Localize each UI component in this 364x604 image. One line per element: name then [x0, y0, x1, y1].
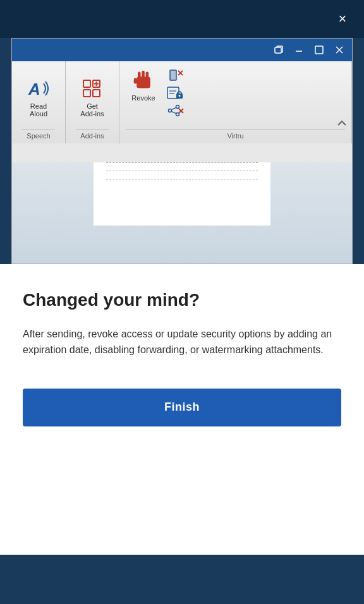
virtru-doc-button[interactable] [166, 87, 184, 102]
svg-point-24 [179, 95, 181, 97]
body-text: After sending, revoke access or update s… [23, 326, 341, 358]
main-content-panel: Changed your mind? After sending, revoke… [0, 264, 364, 555]
virtru-doc-icon [166, 87, 184, 99]
maximize-button[interactable] [309, 40, 329, 60]
svg-rect-2 [315, 46, 323, 54]
svg-rect-14 [142, 71, 145, 80]
restore-button[interactable] [269, 40, 289, 60]
get-addins-button[interactable]: Get Add-ins [76, 75, 109, 120]
svg-rect-0 [275, 47, 281, 53]
minimize-button[interactable] [289, 40, 309, 60]
ribbon-group-addins: Get Add-ins Add-ins [66, 61, 119, 143]
virtru-group-label: Virtru [126, 129, 345, 143]
doc-line-2 [106, 171, 258, 171]
ribbon-collapse-button[interactable] [336, 117, 348, 130]
top-bar: × [0, 0, 364, 38]
read-aloud-icon: A [26, 77, 51, 100]
virtru-expiry-button[interactable] [166, 69, 184, 84]
read-aloud-button[interactable]: A Read Aloud [22, 75, 55, 120]
revoke-button[interactable]: Revoke [126, 66, 161, 104]
ribbon-window: A Read Aloud Speech [11, 38, 353, 264]
speech-group-label: Speech [22, 129, 55, 143]
virtru-small-icons [166, 69, 184, 119]
speech-group-content: A Read Aloud [22, 66, 55, 128]
get-addins-label: Get Add-ins [80, 102, 104, 118]
virtru-expiry-icon [166, 69, 184, 82]
headline: Changed your mind? [23, 289, 341, 311]
document-area [12, 162, 352, 263]
chevron-up-icon [337, 119, 347, 128]
finish-button[interactable]: Finish [23, 389, 341, 426]
addins-group-content: Get Add-ins [76, 66, 109, 128]
document-paper [94, 162, 270, 226]
ribbon-group-speech: A Read Aloud Speech [12, 61, 66, 143]
virtru-top-row: Revoke [126, 66, 345, 129]
svg-rect-13 [138, 72, 141, 80]
read-aloud-label: Read Aloud [30, 102, 47, 118]
svg-text:A: A [28, 80, 40, 99]
get-addins-icon [80, 77, 105, 100]
ribbon-group-virtru: Revoke [119, 61, 352, 143]
svg-point-27 [176, 113, 179, 116]
window-close-button[interactable] [329, 40, 349, 60]
svg-rect-8 [83, 90, 90, 97]
revoke-icon [130, 69, 157, 92]
svg-point-26 [176, 106, 179, 109]
virtru-forward-button[interactable] [166, 104, 184, 119]
addins-group-label: Add-ins [76, 129, 109, 143]
svg-line-29 [171, 111, 176, 113]
top-close-button[interactable]: × [331, 8, 354, 30]
svg-rect-6 [83, 80, 90, 87]
ribbon-toolbar: A Read Aloud Speech [12, 61, 352, 143]
doc-line-3 [106, 179, 258, 179]
svg-rect-16 [134, 78, 137, 83]
svg-line-28 [171, 107, 176, 109]
window-titlebar [12, 39, 352, 61]
doc-line-1 [106, 162, 258, 163]
virtru-forward-icon [166, 104, 184, 117]
revoke-label: Revoke [131, 94, 155, 102]
svg-rect-9 [93, 90, 100, 97]
svg-point-25 [169, 109, 172, 112]
svg-rect-15 [146, 72, 149, 80]
